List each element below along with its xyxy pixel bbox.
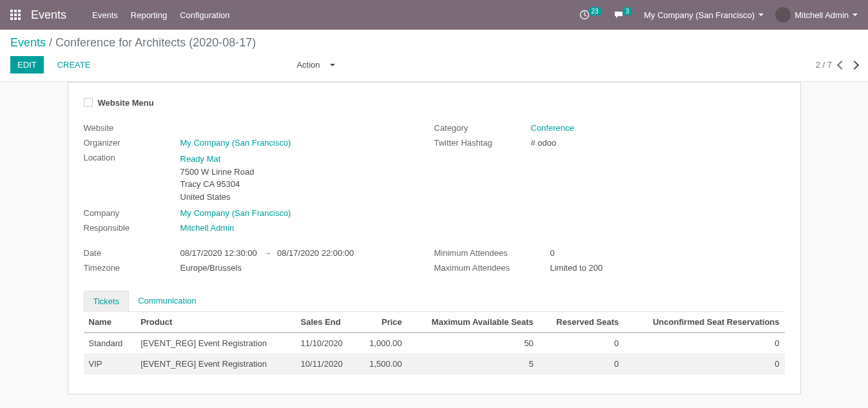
breadcrumb-root[interactable]: Events bbox=[10, 36, 46, 49]
label-max-attendees: Maximum Attendees bbox=[434, 263, 550, 273]
cell-price: 1,500.00 bbox=[357, 354, 407, 374]
company-name: My Company (San Francisco) bbox=[644, 10, 755, 20]
edit-button[interactable]: EDIT bbox=[10, 56, 44, 73]
value-timezone: Europe/Brussels bbox=[180, 263, 242, 273]
cell-product: [EVENT_REG] Event Registration bbox=[135, 333, 295, 354]
pager-next[interactable] bbox=[850, 60, 859, 69]
user-menu[interactable]: Mitchell Admin bbox=[775, 7, 858, 23]
nav-link-events[interactable]: Events bbox=[92, 10, 118, 20]
label-twitter: Twitter Hashtag bbox=[434, 138, 531, 148]
breadcrumb: Events / Conference for Architects (2020… bbox=[10, 36, 858, 50]
value-location-country: United States bbox=[180, 191, 255, 204]
create-button[interactable]: CREATE bbox=[50, 56, 98, 73]
activity-button[interactable]: 23 bbox=[579, 10, 602, 20]
value-min-attendees: 0 bbox=[550, 248, 555, 258]
value-location-name[interactable]: Ready Mat bbox=[180, 153, 255, 166]
cell-unconfirmed: 0 bbox=[624, 333, 784, 354]
caret-down-icon bbox=[330, 64, 335, 66]
nav-link-reporting[interactable]: Reporting bbox=[131, 10, 167, 20]
tab-bar: Tickets Communication bbox=[84, 291, 785, 312]
value-date: 08/17/2020 12:30:00 08/17/2020 22:00:00 bbox=[180, 248, 354, 258]
cell-product: [EVENT_REG] Event Registration bbox=[135, 354, 295, 374]
form-sheet: Website Menu Website Organizer My Compan… bbox=[68, 82, 801, 394]
cell-reserved: 0 bbox=[539, 354, 624, 374]
table-row[interactable]: Standard [EVENT_REG] Event Registration … bbox=[84, 333, 785, 354]
label-responsible: Responsible bbox=[84, 223, 180, 233]
tab-tickets[interactable]: Tickets bbox=[84, 291, 130, 312]
control-panel: Events / Conference for Architects (2020… bbox=[0, 30, 868, 82]
col-unconfirmed: Unconfirmed Seat Reservations bbox=[624, 312, 784, 333]
label-company: Company bbox=[84, 208, 180, 218]
tab-communication[interactable]: Communication bbox=[129, 291, 205, 311]
value-location-street: 7500 W Linne Road bbox=[180, 166, 255, 179]
pager-text: 2 / 7 bbox=[816, 60, 832, 70]
cell-price: 1,000.00 bbox=[357, 333, 407, 354]
value-company[interactable]: My Company (San Francisco) bbox=[180, 208, 291, 218]
company-selector[interactable]: My Company (San Francisco) bbox=[644, 10, 764, 20]
cell-reserved: 0 bbox=[539, 333, 624, 354]
col-sales-end: Sales End bbox=[296, 312, 357, 333]
pager-prev[interactable] bbox=[837, 60, 846, 69]
label-website: Website bbox=[84, 123, 180, 133]
cell-name: VIP bbox=[84, 354, 136, 374]
label-min-attendees: Minimum Attendees bbox=[434, 248, 550, 258]
col-reserved: Reserved Seats bbox=[539, 312, 624, 333]
value-twitter: # odoo bbox=[531, 138, 557, 148]
avatar bbox=[775, 7, 791, 23]
col-product: Product bbox=[135, 312, 295, 333]
col-max-seats: Maximum Available Seats bbox=[407, 312, 539, 333]
messaging-button[interactable]: 3 bbox=[613, 10, 633, 20]
value-responsible[interactable]: Mitchell Admin bbox=[180, 223, 235, 233]
label-location: Location bbox=[84, 153, 180, 203]
label-organizer: Organizer bbox=[84, 138, 180, 148]
caret-down-icon bbox=[853, 14, 858, 16]
col-name: Name bbox=[84, 312, 136, 333]
user-name: Mitchell Admin bbox=[795, 10, 849, 20]
cell-max-seats: 5 bbox=[407, 354, 539, 374]
tickets-table: Name Product Sales End Price Maximum Ava… bbox=[84, 312, 785, 374]
action-label: Action bbox=[296, 60, 320, 70]
nav-link-configuration[interactable]: Configuration bbox=[180, 10, 229, 20]
label-category: Category bbox=[434, 123, 531, 133]
tab-tickets-label: Tickets bbox=[93, 296, 120, 306]
breadcrumb-current: Conference for Architects (2020-08-17) bbox=[55, 36, 256, 49]
value-organizer[interactable]: My Company (San Francisco) bbox=[180, 138, 291, 148]
activity-badge: 23 bbox=[588, 7, 602, 15]
col-price: Price bbox=[357, 312, 407, 333]
value-max-attendees: Limited to 200 bbox=[550, 263, 603, 273]
cell-sales-end: 10/11/2020 bbox=[296, 354, 357, 374]
cell-max-seats: 50 bbox=[407, 333, 539, 354]
top-nav: Events Events Reporting Configuration 23… bbox=[0, 0, 868, 30]
caret-down-icon bbox=[758, 14, 764, 16]
nav-links: Events Reporting Configuration bbox=[92, 10, 229, 20]
date-end: 08/17/2020 22:00:00 bbox=[277, 248, 354, 258]
label-date: Date bbox=[84, 248, 180, 258]
message-badge: 3 bbox=[622, 7, 633, 15]
tab-communication-label: Communication bbox=[138, 296, 196, 306]
value-location-city: Tracy CA 95304 bbox=[180, 178, 255, 191]
website-menu-checkbox[interactable] bbox=[84, 98, 93, 107]
apps-icon[interactable] bbox=[10, 10, 21, 20]
cell-unconfirmed: 0 bbox=[624, 354, 784, 374]
label-timezone: Timezone bbox=[84, 263, 180, 273]
breadcrumb-sep: / bbox=[49, 36, 52, 49]
table-row[interactable]: VIP [EVENT_REG] Event Registration 10/11… bbox=[84, 354, 785, 374]
action-dropdown[interactable]: Action bbox=[289, 56, 327, 73]
cell-sales-end: 11/10/2020 bbox=[296, 333, 357, 354]
cell-name: Standard bbox=[84, 333, 136, 354]
date-start: 08/17/2020 12:30:00 bbox=[180, 248, 257, 258]
arrow-right-icon bbox=[263, 248, 271, 256]
website-menu-label: Website Menu bbox=[98, 98, 154, 108]
value-category[interactable]: Conference bbox=[531, 123, 574, 133]
app-brand: Events bbox=[31, 8, 66, 22]
